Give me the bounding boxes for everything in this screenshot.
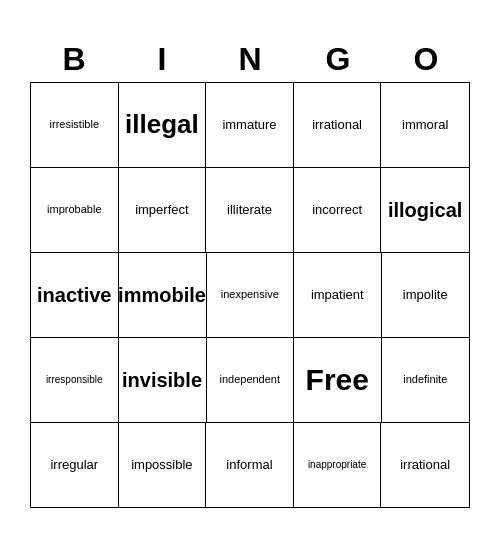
- bingo-row: irregularimpossibleinformalinappropriate…: [31, 423, 469, 507]
- bingo-cell: incorrect: [294, 168, 382, 252]
- bingo-cell: inexpensive: [207, 253, 295, 337]
- bingo-cell: improbable: [31, 168, 119, 252]
- cell-text: inactive: [37, 283, 111, 307]
- cell-text: irrational: [312, 117, 362, 133]
- bingo-cell: independent: [207, 338, 295, 422]
- cell-text: imperfect: [135, 202, 188, 218]
- bingo-cell: inappropriate: [294, 423, 382, 507]
- bingo-cell: immobile: [119, 253, 207, 337]
- bingo-cell: inactive: [31, 253, 119, 337]
- bingo-row: improbableimperfectilliterateincorrectil…: [31, 168, 469, 253]
- bingo-cell: indefinite: [382, 338, 470, 422]
- bingo-card: BINGO irresistibleillegalimmatureirratio…: [20, 27, 480, 518]
- header-letter: I: [118, 37, 206, 82]
- cell-text: immoral: [402, 117, 448, 133]
- header-letter: G: [294, 37, 382, 82]
- cell-text: invisible: [122, 368, 202, 392]
- bingo-row: irresponsibleinvisibleindependentFreeind…: [31, 338, 469, 423]
- bingo-cell: imperfect: [119, 168, 207, 252]
- cell-text: irregular: [50, 457, 98, 473]
- bingo-cell: informal: [206, 423, 294, 507]
- bingo-cell: irrational: [294, 83, 382, 167]
- cell-text: informal: [226, 457, 272, 473]
- bingo-cell: irresistible: [31, 83, 119, 167]
- bingo-cell: invisible: [119, 338, 207, 422]
- bingo-row: irresistibleillegalimmatureirrationalimm…: [31, 83, 469, 168]
- bingo-grid: irresistibleillegalimmatureirrationalimm…: [30, 82, 470, 508]
- header-letter: N: [206, 37, 294, 82]
- cell-text: illegal: [125, 109, 199, 140]
- bingo-cell: illogical: [381, 168, 469, 252]
- cell-text: Free: [306, 362, 369, 398]
- cell-text: impolite: [403, 287, 448, 303]
- bingo-cell: Free: [294, 338, 382, 422]
- cell-text: illiterate: [227, 202, 272, 218]
- cell-text: impossible: [131, 457, 192, 473]
- bingo-header: BINGO: [30, 37, 470, 82]
- cell-text: indefinite: [403, 373, 447, 386]
- cell-text: irresponsible: [46, 374, 103, 386]
- cell-text: illogical: [388, 198, 462, 222]
- bingo-cell: irrational: [381, 423, 469, 507]
- cell-text: irresistible: [50, 118, 100, 131]
- bingo-cell: impolite: [382, 253, 470, 337]
- bingo-cell: illegal: [119, 83, 207, 167]
- bingo-cell: immoral: [381, 83, 469, 167]
- cell-text: irrational: [400, 457, 450, 473]
- bingo-row: inactiveimmobileinexpensiveimpatientimpo…: [31, 253, 469, 338]
- cell-text: immobile: [118, 283, 206, 307]
- cell-text: inappropriate: [308, 459, 366, 471]
- cell-text: improbable: [47, 203, 101, 216]
- bingo-cell: impossible: [119, 423, 207, 507]
- cell-text: immature: [222, 117, 276, 133]
- bingo-cell: illiterate: [206, 168, 294, 252]
- cell-text: impatient: [311, 287, 364, 303]
- cell-text: incorrect: [312, 202, 362, 218]
- cell-text: inexpensive: [221, 288, 279, 301]
- bingo-cell: immature: [206, 83, 294, 167]
- bingo-cell: irresponsible: [31, 338, 119, 422]
- bingo-cell: impatient: [294, 253, 382, 337]
- cell-text: independent: [219, 373, 280, 386]
- header-letter: B: [30, 37, 118, 82]
- bingo-cell: irregular: [31, 423, 119, 507]
- header-letter: O: [382, 37, 470, 82]
